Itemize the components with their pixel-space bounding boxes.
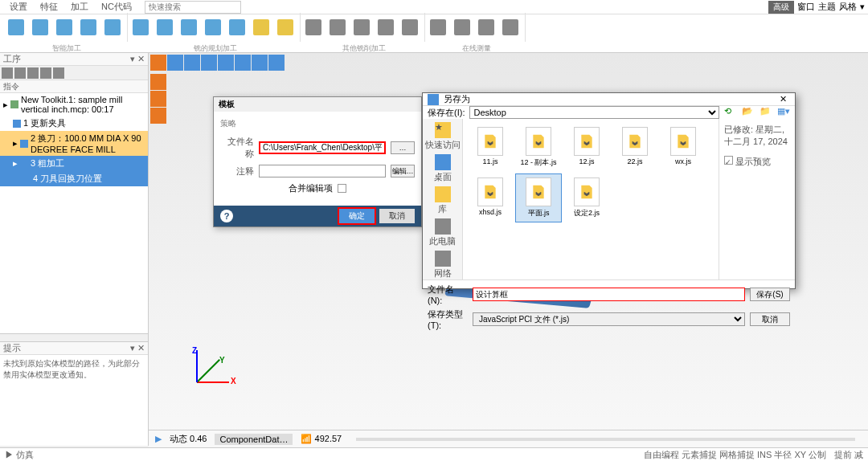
merge-checkbox[interactable] xyxy=(338,184,346,193)
file-item[interactable]: 12.js xyxy=(564,124,609,171)
ribbon-group-smart xyxy=(5,13,128,42)
rib-btn-8[interactable] xyxy=(202,13,224,42)
file-item[interactable]: 设定2.js xyxy=(564,174,609,222)
place-net[interactable]: 网络 xyxy=(434,251,452,279)
tb-ico-4[interactable] xyxy=(40,67,51,79)
place-lib[interactable]: 库 xyxy=(435,186,451,215)
rib-btn-0[interactable] xyxy=(5,13,27,42)
tb-ico-1[interactable] xyxy=(2,67,13,79)
rib-btn-17[interactable] xyxy=(427,13,449,42)
js-file-icon xyxy=(574,177,600,206)
vps-btn-3[interactable] xyxy=(150,108,166,124)
rib-btn-13[interactable] xyxy=(326,13,349,42)
vp-btn-4[interactable] xyxy=(201,55,217,71)
file-name: 22.js xyxy=(627,157,642,165)
tb-ico-2[interactable] xyxy=(14,67,26,79)
cancel-button[interactable]: 取消 xyxy=(379,209,415,223)
vps-btn-1[interactable] xyxy=(150,74,166,90)
tree-item-toolkit[interactable]: ▸New Toolkit.1: sample mill vertical inc… xyxy=(0,93,148,116)
btn-theme[interactable]: 主题 xyxy=(818,1,836,13)
template-file-input[interactable] xyxy=(259,141,386,154)
rib-btn-10[interactable] xyxy=(250,13,272,42)
ribbon-group-online xyxy=(427,13,526,42)
save-icon xyxy=(428,94,439,105)
tb-ico-3[interactable] xyxy=(27,67,39,79)
place-pc[interactable]: 此电脑 xyxy=(429,218,456,247)
timeline-bar: ▶ 动态 0.46 ComponentDat… 📶 492.57 xyxy=(149,430,868,447)
menu-feature[interactable]: 特征 xyxy=(34,1,64,13)
rib-btn-6[interactable] xyxy=(154,13,176,42)
sim-button[interactable]: ▶ 仿真 xyxy=(5,449,34,461)
rib-btn-18[interactable] xyxy=(451,13,473,42)
save-cancel-button[interactable]: 取消 xyxy=(750,312,790,326)
rib-btn-4[interactable] xyxy=(101,13,124,42)
status-modes: 自由编程 元素捕捉 网格捕捉 INS 半径 XY 公制 xyxy=(644,449,826,461)
file-item[interactable]: wx.js xyxy=(661,124,706,171)
ok-button[interactable]: 确定 xyxy=(339,209,375,223)
back-icon[interactable]: ⟲ xyxy=(724,106,737,119)
file-item[interactable]: 平面.js xyxy=(516,174,561,222)
up-icon[interactable]: 📂 xyxy=(742,106,755,119)
quick-search-input[interactable] xyxy=(145,1,241,14)
js-file-icon xyxy=(670,127,696,156)
file-list[interactable]: 11.js12 - 副本.js12.js22.jswx.jsxhsd.js平面.… xyxy=(463,119,719,279)
rib-btn-1[interactable] xyxy=(29,13,51,42)
vp-btn-1[interactable] xyxy=(150,55,166,71)
close-icon[interactable]: ✕ xyxy=(776,94,790,104)
rib-btn-16[interactable] xyxy=(399,13,421,42)
tree-item-toolchange[interactable]: ▸2 换刀：100.0 MM DIA X 90 DEGREE FACE MILL xyxy=(0,131,148,156)
vp-btn-2[interactable] xyxy=(167,55,183,71)
file-item[interactable]: 12 - 副本.js xyxy=(516,124,561,171)
tree-item-retract[interactable]: 4 刀具回换刀位置 xyxy=(0,171,148,186)
file-item[interactable]: 11.js xyxy=(468,124,513,171)
tb-ico-5[interactable] xyxy=(53,67,64,79)
tree-item-fixture[interactable]: 1 更新夹具 xyxy=(0,116,148,131)
view-icon[interactable]: ▦▾ xyxy=(777,106,790,119)
file-item[interactable]: 22.js xyxy=(612,124,657,171)
browse-button[interactable]: … xyxy=(391,141,415,154)
place-desktop[interactable]: 桌面 xyxy=(434,154,452,183)
save-button[interactable]: 保存(S) xyxy=(750,288,790,301)
rib-btn-5[interactable] xyxy=(129,13,152,42)
file-name: 12 - 副本.js xyxy=(520,157,556,168)
operation-tree[interactable]: ▸New Toolkit.1: sample mill vertical inc… xyxy=(0,93,148,333)
rib-btn-14[interactable] xyxy=(350,13,373,42)
file-item[interactable]: xhsd.js xyxy=(468,174,513,222)
vp-btn-6[interactable] xyxy=(235,55,251,71)
filetype-select[interactable]: JavaScript PCI 文件 (*.js) xyxy=(473,312,745,326)
rib-btn-19[interactable] xyxy=(475,13,497,42)
edit-button[interactable]: 编辑… xyxy=(391,165,415,177)
tree-item-rough[interactable]: ▸3 粗加工 xyxy=(0,156,148,171)
place-quick[interactable]: ★快速访问 xyxy=(425,122,461,151)
menu-settings[interactable]: 设置 xyxy=(3,1,34,13)
rib-btn-3[interactable] xyxy=(77,13,100,42)
btn-window[interactable]: 窗口 xyxy=(797,1,815,13)
new-folder-icon[interactable]: 📁 xyxy=(760,106,772,119)
viewport-toolbar xyxy=(150,55,285,71)
vp-btn-7[interactable] xyxy=(252,55,268,71)
timeline-slider[interactable] xyxy=(356,438,855,441)
vp-btn-5[interactable] xyxy=(218,55,234,71)
component-tab[interactable]: ComponentDat… xyxy=(215,434,293,445)
note-input[interactable] xyxy=(259,165,386,177)
rib-btn-2[interactable] xyxy=(53,13,76,42)
vp-btn-3[interactable] xyxy=(184,55,200,71)
location-select[interactable]: Desktop xyxy=(469,106,719,119)
rib-btn-11[interactable] xyxy=(274,13,297,42)
help-icon[interactable]: ? xyxy=(220,210,233,222)
show-preview-checkbox[interactable] xyxy=(724,156,733,165)
menu-nc[interactable]: NC代码 xyxy=(95,1,138,13)
play-icon[interactable]: ▶ xyxy=(155,434,162,444)
rib-btn-7[interactable] xyxy=(178,13,200,42)
menu-machining[interactable]: 加工 xyxy=(64,1,95,13)
vp-btn-8[interactable] xyxy=(268,55,285,71)
badge-advanced[interactable]: 高级 xyxy=(768,1,794,14)
btn-style[interactable]: 风格 xyxy=(839,1,857,13)
save-loc-label: 保存在(I): xyxy=(428,107,465,119)
rib-btn-15[interactable] xyxy=(375,13,397,42)
rib-btn-12[interactable] xyxy=(302,13,325,42)
rib-btn-20[interactable] xyxy=(499,13,522,42)
rib-btn-9[interactable] xyxy=(226,13,248,42)
filename-input[interactable] xyxy=(473,288,745,301)
vps-btn-2[interactable] xyxy=(150,91,166,107)
